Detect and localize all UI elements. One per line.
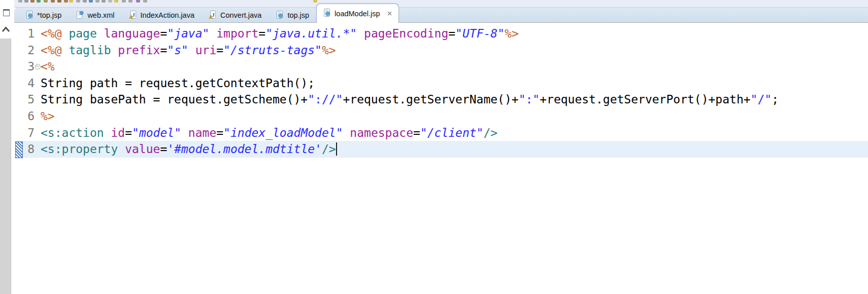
toolbar-icon-fragment	[108, 0, 112, 3]
code-segment: =	[216, 126, 223, 139]
code-segment: taglib	[69, 44, 118, 57]
jsp-file-icon	[276, 11, 284, 20]
code-segment: =	[160, 142, 167, 156]
restore-view-icon[interactable]	[3, 9, 10, 16]
code-text: <s:action id="model" name="index_loadMod…	[41, 125, 868, 141]
code-segment: %>	[505, 27, 519, 40]
svg-text:J: J	[132, 11, 135, 17]
tab-close-icon[interactable]: ✕	[387, 11, 392, 17]
code-segment: String basePath = request.getScheme()+	[41, 93, 308, 106]
tab-loadmodel.jsp[interactable]: loadModel.jsp✕	[316, 4, 399, 23]
code-segment: =	[448, 27, 455, 40]
toolbar-icon-fragment	[128, 0, 132, 3]
fold-column	[35, 42, 41, 59]
code-lines: 1<%@ page language="java" import="java.u…	[14, 25, 868, 158]
code-line-3[interactable]: 3<%	[14, 58, 868, 75]
chevron-up-icon[interactable]	[2, 25, 10, 34]
tab-list: *top.jspweb.xmlJIndexAction.javaJConvert…	[18, 4, 399, 23]
toolbar-icon-fragment	[57, 0, 61, 3]
toolbar-icon-fragment	[136, 0, 140, 3]
line-number: 4	[23, 75, 35, 92]
java-warning-file-icon: J	[129, 11, 137, 20]
svg-text:J: J	[212, 11, 215, 17]
editor-tab-bar: *top.jspweb.xmlJIndexAction.javaJConvert…	[14, 4, 868, 23]
code-segment: <s:property	[41, 142, 125, 156]
jsp-file-icon	[25, 11, 34, 20]
left-rail	[0, 0, 14, 294]
code-segment: ;	[772, 93, 779, 106]
code-segment: <%@	[41, 27, 69, 40]
fold-column	[35, 125, 41, 141]
code-segment: "/"	[751, 93, 772, 106]
tab-label: Convert.java	[220, 11, 261, 19]
code-segment: "://"	[308, 93, 343, 106]
code-segment: pageEncoding	[364, 27, 448, 40]
code-segment: id	[111, 126, 125, 139]
tab--top.jsp[interactable]: *top.jsp	[18, 8, 69, 23]
java-warning-file-icon: J	[209, 11, 217, 20]
code-segment	[181, 126, 188, 139]
code-segment	[343, 126, 350, 139]
code-segment: %>	[322, 44, 336, 57]
text-cursor	[336, 142, 337, 156]
toolbar-icon-fragment	[95, 0, 99, 3]
code-text: String path = request.getContextPath();	[41, 75, 868, 92]
toolbar-icon-fragment	[122, 0, 126, 3]
collapsed-panel-strip[interactable]	[0, 39, 11, 294]
code-editor[interactable]: 1<%@ page language="java" import="java.u…	[14, 23, 868, 294]
code-segment: =	[160, 44, 167, 57]
toolbar-icon-fragment	[114, 0, 118, 3]
code-line-5[interactable]: 5String basePath = request.getScheme()+"…	[14, 91, 868, 108]
code-segment	[209, 27, 216, 40]
toolbar-icon-fragment	[44, 0, 48, 3]
code-segment: <%	[41, 60, 55, 73]
code-segment: "model"	[132, 126, 181, 139]
toolbar-icon-fragment	[143, 0, 147, 3]
fold-column	[35, 91, 41, 108]
fold-column	[35, 141, 41, 158]
tab-label: loadModel.jsp	[335, 10, 380, 18]
fold-collapse-icon[interactable]	[35, 64, 41, 69]
code-segment: +request.getServerName()+	[343, 93, 518, 106]
line-number: 5	[23, 91, 35, 108]
toolbar-icon-fragment	[313, 0, 317, 3]
fold-column	[35, 58, 41, 75]
code-segment: language	[104, 27, 160, 40]
code-line-2[interactable]: 2<%@ taglib prefix="s" uri="/struts-tags…	[14, 42, 868, 59]
fold-column	[35, 108, 41, 125]
code-text: <%	[41, 58, 868, 75]
tab-web.xml[interactable]: web.xml	[69, 8, 121, 23]
tab-indexaction.java[interactable]: JIndexAction.java	[122, 8, 202, 23]
code-line-4[interactable]: 4String path = request.getContextPath();	[14, 75, 868, 92]
line-number: 6	[23, 108, 35, 125]
code-segment: import	[216, 27, 258, 40]
tab-label: top.jsp	[287, 11, 309, 19]
code-segment: "s"	[167, 44, 188, 57]
code-segment: "UTF-8"	[455, 27, 505, 40]
code-segment: =	[160, 27, 167, 40]
xml-file-icon	[76, 11, 84, 20]
code-line-6[interactable]: 6%>	[14, 108, 868, 125]
code-segment: =	[258, 27, 265, 40]
toolbar-icon-fragment	[76, 0, 80, 3]
code-segment: "java"	[167, 27, 209, 40]
code-segment: />	[322, 142, 336, 156]
code-segment: page	[69, 27, 104, 40]
line-number: 8	[23, 141, 35, 158]
toolbar-icon-fragment	[51, 0, 55, 3]
tab-convert.java[interactable]: JConvert.java	[202, 8, 269, 23]
code-line-8[interactable]: 8<s:property value='#model.model.mdtitle…	[14, 141, 868, 158]
line-number: 1	[23, 25, 35, 42]
code-segment: =	[125, 126, 132, 139]
toolbar-icon-fragment	[102, 0, 106, 3]
code-segment: "/struts-tags"	[223, 44, 322, 57]
code-segment: <%@	[41, 44, 69, 57]
toolbar-icon-fragment	[83, 0, 87, 3]
code-line-7[interactable]: 7<s:action id="model" name="index_loadMo…	[14, 125, 868, 141]
code-segment: namespace	[350, 126, 413, 139]
tab-label: IndexAction.java	[141, 11, 194, 19]
code-segment: "index_loadModel"	[223, 126, 343, 139]
code-line-1[interactable]: 1<%@ page language="java" import="java.u…	[14, 25, 868, 42]
tab-top.jsp[interactable]: top.jsp	[269, 8, 316, 23]
code-segment	[188, 44, 195, 57]
